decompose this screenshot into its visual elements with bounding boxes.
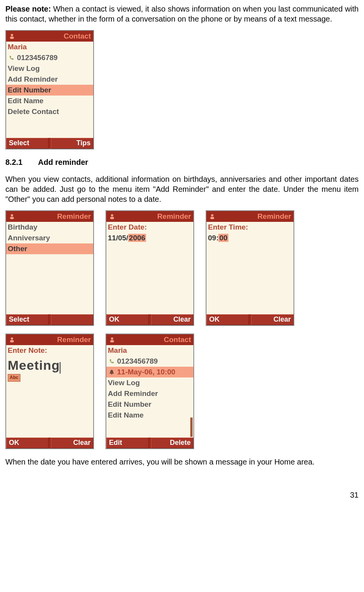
note-value-row[interactable]: Meeting	[6, 356, 93, 371]
svg-point-4	[111, 214, 113, 216]
contact-screen-1: Contact Maria 0123456789 View Log Add Re…	[5, 30, 94, 149]
svg-point-0	[11, 34, 13, 36]
menu-edit-name[interactable]: Edit Name	[106, 410, 193, 421]
softkey-bar: OK Clear	[206, 314, 294, 325]
softkey-right[interactable]: Delete	[151, 438, 193, 448]
phone-icon	[8, 54, 15, 62]
svg-point-6	[211, 214, 213, 216]
date-value-row[interactable]: 11/05/2006	[106, 233, 193, 243]
softkey-right[interactable]: Clear	[51, 438, 93, 448]
contact-number-row: 0123456789	[6, 52, 93, 63]
softkey-left[interactable]: Select	[6, 138, 49, 149]
person-icon	[109, 213, 116, 220]
softkey-right[interactable]	[51, 314, 93, 325]
reminder-text: 11-May-06, 10:00	[117, 367, 175, 377]
menu-edit-number[interactable]: Edit Number	[6, 85, 93, 96]
contact-number-row: 0123456789	[106, 356, 193, 367]
menu-add-reminder[interactable]: Add Reminder	[6, 74, 93, 85]
enter-note-label: Enter Note:	[6, 345, 93, 356]
date-highlight: 2006	[128, 234, 146, 242]
time-prefix: 09:	[208, 234, 218, 242]
softkey-bar: OK Clear	[6, 438, 93, 448]
reminder-anniversary[interactable]: Anniversary	[6, 233, 93, 243]
menu-delete-contact[interactable]: Delete Contact	[6, 106, 93, 117]
person-icon	[209, 213, 216, 220]
scrollbar-hint	[190, 418, 193, 437]
contact-screen-2: Contact Maria 0123456789 11-May-06, 10:0…	[106, 334, 194, 449]
svg-rect-11	[110, 340, 114, 342]
screen-title-bar: Reminder	[206, 211, 294, 222]
intro-bold: Please note:	[5, 5, 51, 13]
contact-number: 0123456789	[117, 357, 158, 366]
note-value: Meeting	[8, 358, 60, 372]
reminder-birthday[interactable]: Birthday	[6, 222, 93, 233]
reminder-list-screen: Reminder Birthday Anniversary Other Sele…	[5, 210, 94, 326]
svg-point-10	[111, 337, 113, 340]
menu-add-reminder[interactable]: Add Reminder	[106, 388, 193, 399]
softkey-bar: OK Clear	[106, 314, 193, 325]
svg-rect-7	[210, 217, 214, 219]
softkey-left[interactable]: Select	[6, 314, 49, 325]
section-heading: 8.2.1 Add reminder	[5, 157, 359, 167]
intro-paragraph: Please note: When a contact is viewed, i…	[5, 4, 359, 24]
input-mode-badge: Abc	[8, 374, 20, 382]
screen-title-bar: Contact	[106, 334, 193, 345]
svg-point-12	[111, 374, 112, 375]
softkey-right[interactable]: Tips	[51, 138, 93, 149]
svg-rect-9	[10, 340, 14, 342]
screen-title-bar: Reminder	[6, 334, 93, 345]
enter-date-label: Enter Date:	[106, 222, 193, 233]
softkey-left[interactable]: Edit	[106, 438, 149, 448]
person-icon	[8, 336, 15, 343]
softkey-right[interactable]: Clear	[251, 314, 294, 325]
screen-title: Reminder	[117, 212, 191, 221]
svg-rect-3	[10, 217, 14, 219]
softkey-right[interactable]: Clear	[151, 314, 193, 325]
softkey-left[interactable]: OK	[106, 314, 149, 325]
screen-title-bar: Reminder	[106, 211, 193, 222]
screen-title-bar: Contact	[6, 31, 93, 42]
softkey-left[interactable]: OK	[6, 438, 49, 448]
softkey-bar: Edit Delete	[106, 438, 193, 448]
time-highlight: 00	[218, 234, 228, 242]
screen-title: Contact	[17, 32, 91, 41]
softkey-bar: Select Tips	[6, 138, 93, 149]
person-icon	[8, 213, 15, 220]
date-prefix: 11/05/	[108, 234, 128, 242]
screen-title: Contact	[117, 335, 191, 345]
reminder-date-screen: Reminder Enter Date: 11/05/2006 OK Clear	[106, 210, 194, 326]
svg-point-2	[11, 214, 13, 216]
bell-icon	[108, 368, 116, 376]
page-number: 31	[5, 490, 359, 500]
svg-point-8	[11, 337, 13, 340]
heading-number: 8.2.1	[5, 157, 36, 167]
person-icon	[109, 336, 116, 343]
intro-text: When a contact is viewed, it also shows …	[5, 5, 359, 23]
heading-title: Add reminder	[38, 158, 88, 166]
reminder-row[interactable]: 11-May-06, 10:00	[106, 367, 193, 377]
person-icon	[8, 33, 15, 40]
section-paragraph: When you view contacts, additional infor…	[5, 174, 359, 204]
contact-name: Maria	[106, 345, 193, 356]
screen-title: Reminder	[17, 212, 91, 221]
reminder-note-screen: Reminder Enter Note: Meeting Abc OK Clea…	[5, 334, 94, 449]
contact-name: Maria	[6, 42, 93, 52]
softkey-left[interactable]: OK	[206, 314, 249, 325]
svg-rect-5	[110, 217, 114, 219]
menu-view-log[interactable]: View Log	[106, 377, 193, 388]
input-mode-row: Abc	[6, 371, 93, 382]
svg-rect-1	[10, 37, 14, 39]
time-value-row[interactable]: 09:00	[206, 233, 294, 243]
menu-edit-name[interactable]: Edit Name	[6, 96, 93, 106]
contact-number: 0123456789	[17, 53, 58, 63]
menu-edit-number[interactable]: Edit Number	[106, 399, 193, 410]
enter-time-label: Enter Time:	[206, 222, 294, 233]
reminder-other[interactable]: Other	[6, 243, 93, 254]
screen-title: Reminder	[17, 335, 91, 345]
closing-paragraph: When the date you have entered arrives, …	[5, 457, 359, 467]
reminder-time-screen: Reminder Enter Time: 09:00 OK Clear	[206, 210, 294, 326]
menu-view-log[interactable]: View Log	[6, 63, 93, 74]
phone-icon	[108, 357, 116, 365]
screen-title-bar: Reminder	[6, 211, 93, 222]
softkey-bar: Select	[6, 314, 93, 325]
